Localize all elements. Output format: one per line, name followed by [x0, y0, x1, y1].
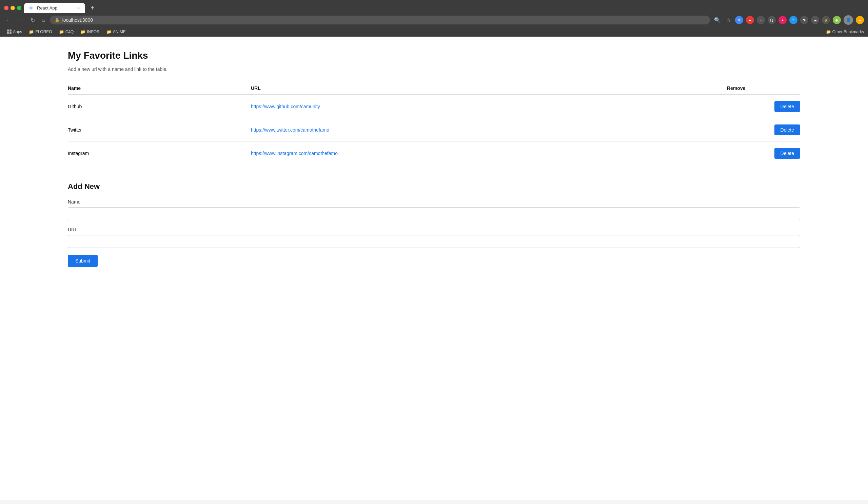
link-anchor[interactable]: https://www.github.com/camunity	[251, 104, 320, 109]
bookmarks-bar: Apps 📁 FLOREO 📁 C4Q 📁 INFOR 📁 ANIME 📁 Ot…	[0, 27, 868, 37]
cell-name: Instagram	[68, 142, 251, 165]
col-header-url: URL	[251, 82, 727, 95]
cell-name: Twitter	[68, 119, 251, 142]
bookmark-c4q-label: C4Q	[65, 30, 74, 34]
page-title: My Favorite Links	[68, 50, 800, 61]
ext-icon-7[interactable]: ✎	[800, 16, 808, 24]
ext-icon-4[interactable]: { }	[768, 16, 776, 24]
tab-title: React App	[37, 6, 74, 11]
add-new-form: Add New Name URL Submit	[68, 182, 800, 267]
ext-icon-6[interactable]: ≡	[789, 16, 797, 24]
bookmark-floreo-label: FLOREO	[35, 30, 52, 34]
bookmark-infor-label: INFOR	[87, 30, 99, 34]
close-button[interactable]	[4, 6, 9, 10]
browser-chrome: ⚛ React App × + ← → ↻ ⌂ 🔒 localhost:3000…	[0, 0, 868, 37]
apps-bookmark[interactable]: Apps	[4, 29, 25, 35]
window-controls	[4, 6, 21, 10]
ext-icon-3[interactable]: ○	[757, 16, 765, 24]
bookmark-anime[interactable]: 📁 ANIME	[104, 29, 128, 35]
folder-icon: 📁	[106, 30, 112, 34]
col-header-remove: Remove	[727, 82, 800, 95]
delete-button[interactable]: Delete	[774, 148, 800, 159]
cell-url: https://www.twitter.com/camothefamo	[251, 119, 727, 142]
new-tab-button[interactable]: +	[88, 3, 97, 13]
form-title: Add New	[68, 182, 800, 191]
cell-remove: Delete	[727, 119, 800, 142]
table-row: Instagramhttps://www.instagram.com/camot…	[68, 142, 800, 165]
link-anchor[interactable]: https://www.twitter.com/camothefamo	[251, 127, 329, 133]
ext-icon-8[interactable]: ☁	[811, 16, 819, 24]
table-row: Githubhttps://www.github.com/camunityDel…	[68, 95, 800, 119]
folder-icon: 📁	[80, 30, 85, 34]
cell-url: https://www.instagram.com/camothefamo	[251, 142, 727, 165]
submit-button[interactable]: Submit	[68, 255, 98, 267]
url-form-group: URL	[68, 227, 800, 248]
url-input[interactable]	[68, 235, 800, 248]
bookmark-anime-label: ANIME	[113, 30, 126, 34]
ext-icon-1[interactable]: 9	[735, 16, 743, 24]
search-button[interactable]: 🔍	[713, 16, 722, 25]
cell-name: Github	[68, 95, 251, 119]
maximize-button[interactable]	[17, 6, 21, 10]
links-table: Name URL Remove Githubhttps://www.github…	[68, 82, 800, 165]
profile-dot[interactable]: ●	[856, 16, 864, 24]
ext-icon-5[interactable]: ♦	[778, 16, 787, 24]
page-subtitle: Add a new url with a name and link to th…	[68, 66, 800, 72]
back-button[interactable]: ←	[4, 16, 13, 24]
delete-button[interactable]: Delete	[774, 124, 800, 135]
name-label: Name	[68, 199, 800, 205]
other-bookmarks-label: Other Bookmarks	[833, 30, 864, 34]
cell-remove: Delete	[727, 95, 800, 119]
table-row: Twitterhttps://www.twitter.com/camothefa…	[68, 119, 800, 142]
home-button[interactable]: ⌂	[40, 16, 47, 24]
col-header-name: Name	[68, 82, 251, 95]
cell-remove: Delete	[727, 142, 800, 165]
ext-icon-9[interactable]: ⚡	[822, 16, 830, 24]
nav-icons: 🔍 ☆ 9 ● ○ { } ♦ ≡ ✎ ☁ ⚡ ◈ 👤 ●	[713, 15, 864, 25]
forward-button[interactable]: →	[16, 16, 26, 24]
name-input[interactable]	[68, 207, 800, 220]
ext-icon-10[interactable]: ◈	[833, 16, 841, 24]
cell-url: https://www.github.com/camunity	[251, 95, 727, 119]
react-icon: ⚛	[29, 6, 34, 11]
reload-button[interactable]: ↻	[29, 16, 37, 25]
minimize-button[interactable]	[11, 6, 15, 10]
folder-icon: 📁	[826, 30, 831, 34]
address-bar[interactable]: 🔒 localhost:3000	[50, 16, 710, 24]
bookmark-infor[interactable]: 📁 INFOR	[78, 29, 102, 35]
browser-tab[interactable]: ⚛ React App ×	[24, 3, 85, 13]
other-bookmarks[interactable]: 📁 Other Bookmarks	[826, 30, 864, 34]
ext-icon-2[interactable]: ●	[746, 16, 754, 24]
folder-icon: 📁	[59, 30, 64, 34]
title-bar: ⚛ React App × +	[0, 0, 868, 13]
name-form-group: Name	[68, 199, 800, 220]
url-label: URL	[68, 227, 800, 232]
nav-bar: ← → ↻ ⌂ 🔒 localhost:3000 🔍 ☆ 9 ● ○ { } ♦…	[0, 13, 868, 27]
address-text: localhost:3000	[62, 17, 705, 23]
apps-label: Apps	[13, 30, 22, 34]
link-anchor[interactable]: https://www.instagram.com/camothefamo	[251, 151, 338, 156]
page-content: My Favorite Links Add a new url with a n…	[0, 37, 868, 500]
folder-icon: 📁	[29, 30, 34, 34]
lock-icon: 🔒	[54, 18, 60, 22]
bookmark-floreo[interactable]: 📁 FLOREO	[26, 29, 54, 35]
delete-button[interactable]: Delete	[774, 101, 800, 112]
bookmark-c4q[interactable]: 📁 C4Q	[56, 29, 76, 35]
profile-avatar[interactable]: 👤	[844, 15, 853, 25]
tab-close-button[interactable]: ×	[76, 5, 80, 11]
bookmark-star-button[interactable]: ☆	[725, 16, 732, 25]
